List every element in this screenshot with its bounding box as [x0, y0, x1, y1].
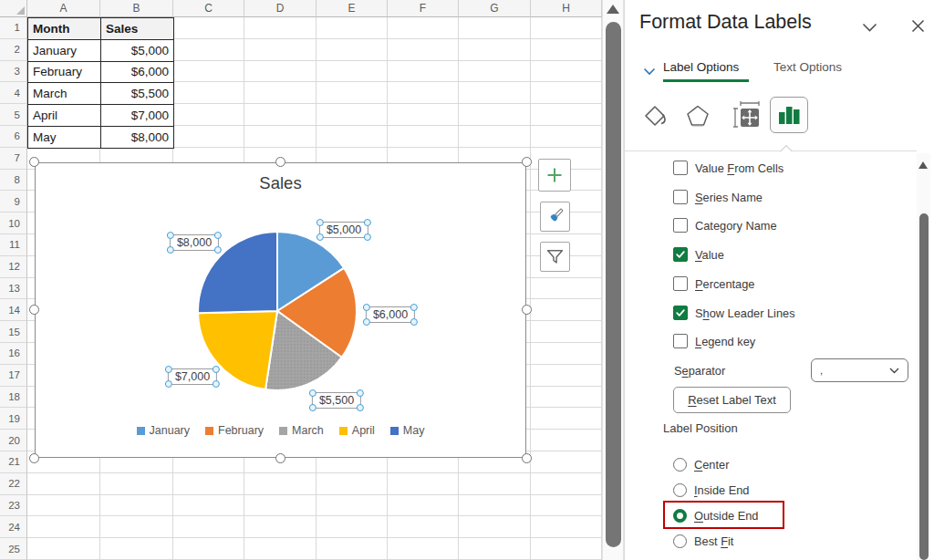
cell-A6[interactable]: May [28, 127, 101, 149]
chart-resize-handle-right[interactable] [522, 305, 532, 315]
label-handle[interactable] [410, 318, 418, 326]
checkbox-box[interactable] [673, 190, 688, 204]
label-handle[interactable] [309, 389, 317, 397]
row-header-21[interactable]: 21 [0, 451, 27, 473]
radio-best-fit[interactable]: Best Fit [673, 533, 733, 549]
label-handle[interactable] [317, 219, 324, 226]
legend-item-may[interactable]: May [390, 424, 425, 437]
radio-button[interactable] [673, 534, 687, 548]
row-header-22[interactable]: 22 [0, 473, 27, 495]
row-header-23[interactable]: 23 [0, 495, 27, 517]
chart-title[interactable]: Sales [36, 173, 525, 193]
row-header-17[interactable]: 17 [0, 365, 27, 387]
row-header-13[interactable]: 13 [0, 278, 27, 300]
cell-B5[interactable]: $7,000 [101, 105, 174, 127]
cell-A1[interactable]: Month [28, 18, 101, 40]
column-header-A[interactable]: A [27, 0, 100, 17]
legend-item-april[interactable]: April [339, 424, 375, 437]
row-header-3[interactable]: 3 [0, 61, 27, 83]
radio-center[interactable]: Center [673, 456, 729, 472]
legend-item-january[interactable]: January [137, 424, 190, 437]
tab-label-options[interactable]: Label Options [663, 60, 739, 74]
checkbox-value-from-cells[interactable]: Value From Cells [673, 160, 784, 176]
checkbox-percentage[interactable]: Percentage [673, 275, 754, 292]
radio-button[interactable] [673, 458, 687, 472]
row-header-14[interactable]: 14 [0, 299, 27, 321]
row-header-24[interactable]: 24 [0, 516, 27, 538]
row-header-12[interactable]: 12 [0, 256, 27, 278]
column-header-H[interactable]: H [531, 0, 602, 17]
row-header-20[interactable]: 20 [0, 430, 27, 451]
cell-A3[interactable]: February [28, 62, 101, 84]
chart-elements-button[interactable] [538, 159, 571, 192]
reset-label-text-button[interactable]: Reset Label Text [673, 387, 791, 413]
row-header-4[interactable]: 4 [0, 82, 27, 104]
row-header-10[interactable]: 10 [0, 213, 27, 234]
chart-styles-button[interactable] [540, 202, 570, 232]
select-all-corner[interactable] [0, 0, 27, 17]
panel-scroll-up-icon[interactable] [918, 161, 928, 169]
label-options-tab[interactable] [770, 97, 808, 133]
data-label-january[interactable]: $5,000 [319, 222, 368, 238]
sheet-vertical-scrollbar[interactable] [602, 0, 624, 560]
checkbox-box[interactable] [673, 306, 688, 320]
checkbox-legend-key[interactable]: Legend key [673, 333, 755, 349]
data-label-march[interactable]: $5,500 [312, 392, 361, 409]
checkbox-series-name[interactable]: Series Name [673, 189, 763, 205]
label-handle[interactable] [165, 380, 172, 388]
checkbox-box[interactable] [673, 276, 688, 291]
panel-scrollbar-thumb[interactable] [919, 213, 929, 560]
row-header-8[interactable]: 8 [0, 170, 27, 192]
legend-item-february[interactable]: February [205, 424, 264, 437]
column-header-E[interactable]: E [317, 0, 388, 17]
chart-object[interactable]: Sales $5,000$6,000$5,500$7,000$8,000 Jan… [35, 162, 526, 458]
cell-B6[interactable]: $8,000 [101, 127, 174, 149]
label-handle[interactable] [363, 318, 370, 326]
column-header-G[interactable]: G [459, 0, 531, 17]
checkbox-category-name[interactable]: Category Name [673, 217, 777, 233]
cell-B4[interactable]: $5,500 [101, 83, 174, 105]
row-header-16[interactable]: 16 [0, 343, 27, 365]
label-handle[interactable] [317, 233, 324, 241]
size-properties-tab[interactable] [731, 99, 763, 131]
data-label-april[interactable]: $7,000 [168, 368, 217, 385]
chart-filters-button[interactable] [540, 242, 570, 272]
label-handle[interactable] [165, 366, 172, 373]
chart-resize-handle-left[interactable] [29, 305, 39, 315]
row-header-1[interactable]: 1 [0, 17, 27, 39]
label-handle[interactable] [167, 232, 174, 239]
chart-resize-handle-bottom-left[interactable] [29, 453, 39, 463]
cell-A5[interactable]: April [28, 105, 101, 127]
chart-resize-handle-bottom[interactable] [275, 453, 285, 463]
cell-B2[interactable]: $5,000 [101, 40, 174, 62]
row-header-2[interactable]: 2 [0, 39, 27, 61]
row-header-9[interactable]: 9 [0, 191, 27, 213]
column-header-B[interactable]: B [100, 0, 173, 17]
cell-A2[interactable]: January [28, 40, 101, 62]
data-label-february[interactable]: $6,000 [366, 306, 415, 323]
checkbox-box[interactable] [673, 161, 688, 175]
checkbox-show-leader-lines[interactable]: Show Leader Lines [673, 305, 795, 321]
checkbox-box[interactable] [673, 218, 688, 233]
cell-A4[interactable]: March [28, 83, 101, 105]
effects-tab[interactable] [683, 102, 712, 130]
tab-text-options[interactable]: Text Options [773, 60, 842, 74]
row-header-11[interactable]: 11 [0, 234, 27, 256]
separator-dropdown[interactable]: , [811, 358, 908, 382]
legend-item-march[interactable]: March [279, 424, 324, 437]
label-handle[interactable] [309, 404, 317, 411]
label-options-chevron-icon[interactable] [643, 63, 656, 79]
label-handle[interactable] [357, 404, 364, 411]
row-header-5[interactable]: 5 [0, 104, 27, 126]
panel-close-button[interactable] [911, 19, 925, 36]
scroll-up-icon[interactable] [607, 5, 619, 14]
chart-resize-handle-bottom-right[interactable] [522, 453, 532, 463]
label-handle[interactable] [364, 219, 371, 226]
checkbox-value[interactable]: Value [673, 246, 724, 263]
column-header-C[interactable]: C [173, 0, 244, 17]
row-header-18[interactable]: 18 [0, 387, 27, 409]
cell-B3[interactable]: $6,000 [101, 62, 174, 84]
cell-B1[interactable]: Sales [101, 18, 174, 40]
row-header-15[interactable]: 15 [0, 321, 27, 343]
row-header-25[interactable]: 25 [0, 538, 27, 560]
